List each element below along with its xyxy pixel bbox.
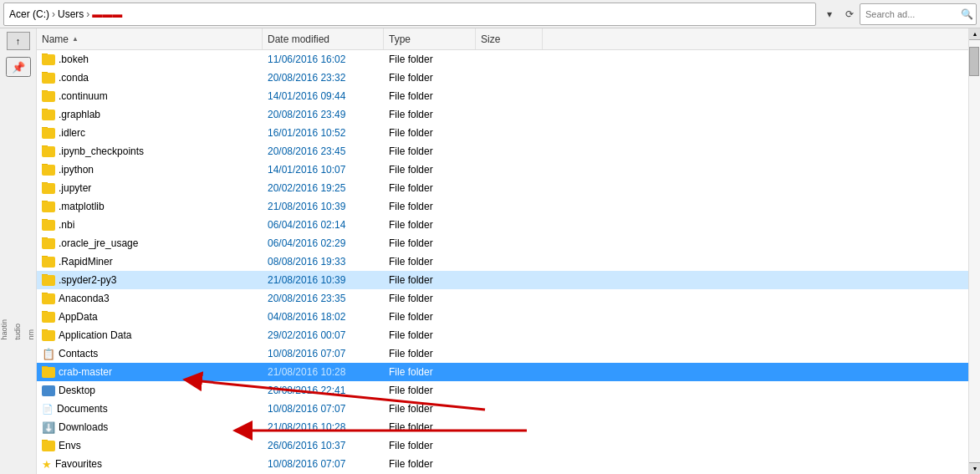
cell-type: File folder <box>384 90 476 102</box>
cell-date: 10/08/2016 07:07 <box>263 403 384 415</box>
cell-type: File folder <box>384 274 476 286</box>
table-row[interactable]: ⬇️ Downloads 21/08/2016 10:28 File folde… <box>37 418 968 436</box>
folder-icon <box>42 441 55 451</box>
cell-type: File folder <box>384 219 476 231</box>
table-row[interactable]: 📄 Documents 10/08/2016 07:07 File folder <box>37 400 968 418</box>
star-icon: ★ <box>42 458 52 471</box>
folder-icon <box>42 330 55 341</box>
cell-date: 11/06/2016 16:02 <box>263 54 384 65</box>
folder-icon <box>42 110 55 120</box>
table-row[interactable]: .continuum 14/01/2016 09:44 File folder <box>37 87 968 105</box>
search-input[interactable] <box>860 3 977 25</box>
cell-type: File folder <box>384 182 476 194</box>
cell-type: File folder <box>384 329 476 341</box>
table-row[interactable]: .matplotlib 21/08/2016 10:39 File folder <box>37 197 968 216</box>
cell-type: File folder <box>384 311 476 323</box>
table-row[interactable]: .ipython 14/01/2016 10:07 File folder <box>37 161 968 179</box>
address-bar-container: Acer (C:) › Users › ▬▬▬ ▾ ⟳ 🔍 <box>0 0 980 28</box>
table-row[interactable]: Application Data 29/02/2016 00:07 File f… <box>37 326 968 344</box>
col-header-date[interactable]: Date modified <box>263 28 384 49</box>
documents-icon: 📄 <box>42 404 54 415</box>
cell-name: crab-master <box>37 366 263 378</box>
table-row[interactable]: crab-master 21/08/2016 10:28 File folder <box>37 363 968 381</box>
cell-date: 20/08/2016 23:45 <box>263 145 384 157</box>
dropdown-btn[interactable]: ▾ <box>819 4 840 24</box>
cell-date: 20/08/2016 23:35 <box>263 293 384 304</box>
cell-type: File folder <box>384 366 476 378</box>
table-row[interactable]: AppData 04/08/2016 18:02 File folder <box>37 308 968 326</box>
col-header-type[interactable]: Type <box>384 28 476 49</box>
cell-type: File folder <box>384 164 476 176</box>
cell-type: File folder <box>384 348 476 359</box>
cell-type: File folder <box>384 421 476 433</box>
breadcrumb[interactable]: Acer (C:) › Users › ▬▬▬ <box>3 3 816 26</box>
folder-icon <box>42 257 55 268</box>
cell-name: .ipynb_checkpoints <box>37 145 263 157</box>
table-row[interactable]: .conda 20/08/2016 23:32 File folder <box>37 69 968 87</box>
table-row[interactable]: .jupyter 20/02/2016 19:25 File folder <box>37 179 968 197</box>
cell-name: .spyder2-py3 <box>37 274 263 286</box>
table-row[interactable]: .RapidMiner 08/08/2016 19:33 File folder <box>37 252 968 271</box>
cell-name: Anaconda3 <box>37 293 263 304</box>
table-row[interactable]: .oracle_jre_usage 06/04/2016 02:29 File … <box>37 234 968 252</box>
folder-icon <box>42 220 55 231</box>
scroll-down-btn[interactable]: ▼ <box>969 462 980 474</box>
table-row[interactable]: .bokeh 11/06/2016 16:02 File folder <box>37 50 968 69</box>
search-wrapper: 🔍 <box>860 3 977 25</box>
up-button[interactable]: ↑ <box>7 32 30 50</box>
folder-icon <box>42 73 55 84</box>
table-row[interactable]: 📋 Contacts 10/08/2016 07:07 File folder <box>37 344 968 363</box>
cell-date: 08/08/2016 19:33 <box>263 256 384 268</box>
refresh-btn[interactable]: ⟳ <box>840 4 860 24</box>
right-scrollbar[interactable]: ▲ ▼ <box>968 28 980 474</box>
cell-name: .matplotlib <box>37 201 263 212</box>
table-row[interactable]: .spyder2-py3 21/08/2016 10:39 File folde… <box>37 271 968 289</box>
table-row[interactable]: Anaconda3 20/08/2016 23:35 File folder <box>37 289 968 308</box>
cell-name: Application Data <box>37 329 263 341</box>
scroll-up-btn[interactable]: ▲ <box>969 28 980 40</box>
cell-date: 20/02/2016 19:25 <box>263 182 384 194</box>
cell-type: File folder <box>384 201 476 212</box>
cell-name: Desktop <box>37 385 263 396</box>
sidebar-label-haotin: haotin <box>0 319 11 340</box>
sort-arrow: ▲ <box>72 35 79 43</box>
table-row[interactable]: Desktop 20/08/2016 22:41 File folder <box>37 381 968 400</box>
pin-button[interactable]: 📌 <box>6 57 31 77</box>
cell-date: 16/01/2016 10:52 <box>263 127 384 139</box>
cell-date: 29/02/2016 00:07 <box>263 329 384 341</box>
cell-date: 10/08/2016 07:07 <box>263 348 384 359</box>
breadcrumb-users: Users <box>58 8 84 20</box>
cell-name: .idlerc <box>37 127 263 139</box>
cell-type: File folder <box>384 72 476 84</box>
cell-name: .conda <box>37 72 263 84</box>
col-header-size[interactable]: Size <box>476 28 543 49</box>
sidebar-label-tudio: tudio <box>11 319 24 340</box>
folder-icon <box>42 165 55 176</box>
breadcrumb-current: ▬▬▬ <box>92 8 122 20</box>
table-row[interactable]: .graphlab 20/08/2016 23:49 File folder <box>37 105 968 124</box>
cell-name: ★ Favourites <box>37 458 263 471</box>
cell-date: 06/04/2016 02:14 <box>263 219 384 231</box>
sidebar-label-nm: nm <box>25 252 38 340</box>
cell-date: 21/08/2016 10:28 <box>263 366 384 378</box>
contacts-icon: 📋 <box>42 348 55 360</box>
cell-type: File folder <box>384 109 476 120</box>
table-row[interactable]: .nbi 06/04/2016 02:14 File folder <box>37 216 968 234</box>
table-row[interactable]: Envs 26/06/2016 10:37 File folder <box>37 436 968 455</box>
folder-icon <box>42 275 55 286</box>
breadcrumb-sep1: › <box>52 8 55 20</box>
cell-date: 20/08/2016 23:32 <box>263 72 384 84</box>
folder-icon <box>42 367 55 378</box>
cell-date: 14/01/2016 09:44 <box>263 90 384 102</box>
folder-icon <box>42 128 55 139</box>
cell-name: .jupyter <box>37 182 263 194</box>
table-row[interactable]: ★ Favourites 10/08/2016 07:07 File folde… <box>37 455 968 473</box>
col-header-name[interactable]: Name ▲ <box>37 28 263 49</box>
cell-date: 14/01/2016 10:07 <box>263 164 384 176</box>
cell-date: 21/08/2016 10:28 <box>263 421 384 433</box>
cell-type: File folder <box>384 385 476 396</box>
cell-date: 26/06/2016 10:37 <box>263 440 384 451</box>
scroll-thumb[interactable] <box>969 47 979 76</box>
table-row[interactable]: .ipynb_checkpoints 20/08/2016 23:45 File… <box>37 142 968 161</box>
table-row[interactable]: .idlerc 16/01/2016 10:52 File folder <box>37 124 968 142</box>
